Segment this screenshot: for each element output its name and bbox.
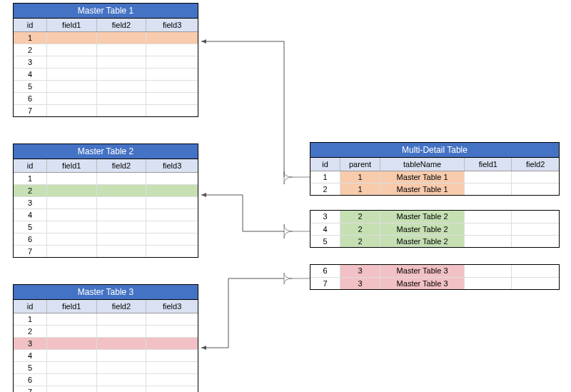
table-row: 3 xyxy=(14,337,198,349)
table-row: 5 xyxy=(14,221,198,233)
table-row: 3 xyxy=(14,196,198,208)
detail-group-2: 32Master Table 242Master Table 252Master… xyxy=(310,210,560,248)
col-id: id xyxy=(310,158,340,171)
cell: 4 xyxy=(310,223,340,235)
cell: 5 xyxy=(14,80,46,92)
cell xyxy=(146,325,198,337)
table-row: 42Master Table 2 xyxy=(310,223,559,235)
cell xyxy=(146,361,198,373)
cell: 2 xyxy=(14,184,46,196)
cell xyxy=(146,233,198,245)
col-field1: field1 xyxy=(46,19,96,31)
cell xyxy=(96,221,146,233)
cell xyxy=(46,373,96,386)
detail-group-3-grid: 63Master Table 373Master Table 3 xyxy=(310,265,559,289)
cell: Master Table 3 xyxy=(380,265,464,277)
cell: Master Table 1 xyxy=(380,183,464,195)
table-row: 2 xyxy=(14,325,198,337)
table-row: 1 xyxy=(14,31,198,44)
cell xyxy=(96,172,146,184)
cell: 2 xyxy=(14,325,46,337)
col-field1: field1 xyxy=(465,158,512,171)
cell xyxy=(146,313,198,325)
cell xyxy=(465,277,512,289)
cell xyxy=(46,68,96,80)
cell xyxy=(96,313,146,325)
cell xyxy=(512,211,559,223)
cell: 7 xyxy=(14,386,46,392)
cell xyxy=(146,337,198,349)
table-row: 4 xyxy=(14,349,198,361)
cell: 3 xyxy=(14,56,46,68)
cell xyxy=(96,196,146,208)
master-table-3-grid: id field1 field2 field3 1234567 xyxy=(14,300,198,392)
table-row: 32Master Table 2 xyxy=(310,211,559,223)
cell xyxy=(96,184,146,196)
cell xyxy=(46,31,96,44)
cell xyxy=(465,235,512,247)
cell xyxy=(146,68,198,80)
cell xyxy=(465,265,512,277)
cell xyxy=(146,386,198,392)
cell: 3 xyxy=(14,337,46,349)
table-row: 4 xyxy=(14,208,198,221)
cell xyxy=(96,361,146,373)
cell xyxy=(46,386,96,392)
detail-grid: id parent tableName field1 field2 11Mast… xyxy=(310,158,559,195)
col-parent: parent xyxy=(340,158,380,171)
master-table-2: Master Table 2 id field1 field2 field3 1… xyxy=(13,144,198,258)
table-row: 5 xyxy=(14,361,198,373)
cell xyxy=(96,373,146,386)
cell xyxy=(46,361,96,373)
cell: Master Table 3 xyxy=(380,277,464,289)
cell xyxy=(96,56,146,68)
cell: 1 xyxy=(340,183,380,195)
cell xyxy=(96,92,146,104)
cell: 5 xyxy=(14,221,46,233)
col-tablename: tableName xyxy=(380,158,464,171)
table-row: 4 xyxy=(14,68,198,80)
cell: 6 xyxy=(14,92,46,104)
col-id: id xyxy=(14,19,46,31)
multi-detail-table: Multi-Detail Table id parent tableName f… xyxy=(310,142,560,196)
cell xyxy=(96,31,146,44)
table-row: 6 xyxy=(14,233,198,245)
cell: 1 xyxy=(14,31,46,44)
table-row: 2 xyxy=(14,44,198,56)
cell: Master Table 2 xyxy=(380,223,464,235)
cell xyxy=(46,184,96,196)
cell xyxy=(46,221,96,233)
cell xyxy=(512,265,559,277)
cell xyxy=(146,31,198,44)
cell: 3 xyxy=(340,265,380,277)
col-field1: field1 xyxy=(46,159,96,172)
cell: 2 xyxy=(340,211,380,223)
cell: 1 xyxy=(340,171,380,183)
detail-group-2-grid: 32Master Table 242Master Table 252Master… xyxy=(310,211,559,247)
cell xyxy=(96,104,146,116)
cell xyxy=(96,233,146,245)
cell xyxy=(46,337,96,349)
cell xyxy=(146,208,198,221)
cell xyxy=(146,221,198,233)
table-row: 52Master Table 2 xyxy=(310,235,559,247)
cell xyxy=(512,183,559,195)
master-table-1-grid: id field1 field2 field3 1234567 xyxy=(14,19,198,116)
cell: 7 xyxy=(14,245,46,257)
table-title: Master Table 1 xyxy=(14,4,198,19)
cell: 4 xyxy=(14,208,46,221)
cell xyxy=(146,92,198,104)
table-title: Multi-Detail Table xyxy=(310,143,559,158)
table-title: Master Table 2 xyxy=(14,144,198,159)
cell xyxy=(96,325,146,337)
col-field2: field2 xyxy=(96,159,146,172)
cell xyxy=(465,211,512,223)
cell xyxy=(146,196,198,208)
cell xyxy=(465,223,512,235)
cell: Master Table 2 xyxy=(380,211,464,223)
cell: 4 xyxy=(14,349,46,361)
col-field3: field3 xyxy=(146,300,198,313)
cell xyxy=(96,44,146,56)
col-field3: field3 xyxy=(146,19,198,31)
cell: 5 xyxy=(310,235,340,247)
